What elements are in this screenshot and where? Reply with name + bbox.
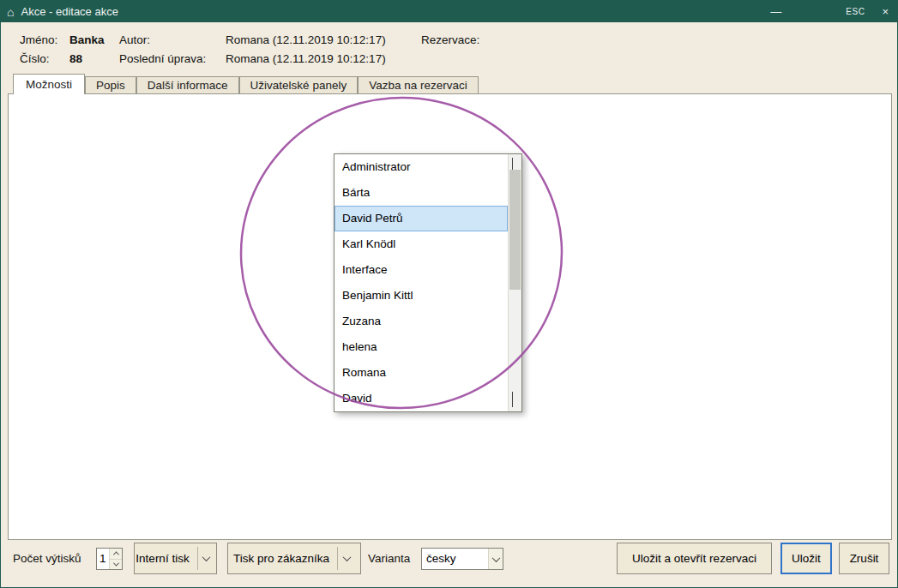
titlebar: ⌂ Akce - editace akce — ESC × [1,1,897,22]
close-button[interactable]: × [873,1,897,22]
tab-uzivatelske-panely[interactable]: Uživatelské panely [239,76,359,93]
spin-up-icon[interactable] [110,549,122,559]
tab-bar: Možnosti Popis Další informace Uživatels… [13,74,479,93]
scroll-down-icon[interactable] [512,392,513,407]
tab-dalsi-informace[interactable]: Další informace [136,76,239,93]
chevron-down-icon[interactable] [338,555,355,561]
last-edit-value: Romana (12.11.2019 10:12:17) [226,51,386,67]
odpovedna-dropdown-list: Administrator Bárta David Petrů Karl Knö… [334,153,522,412]
interni-tisk-label: Interní tisk [136,552,189,565]
reservation-label: Rezervace: [421,33,479,48]
window-title: Akce - editace akce [21,5,118,18]
name-value: Banka [69,33,105,48]
chevron-down-icon[interactable] [198,555,215,561]
ulozit-a-otevrit-button[interactable]: Uložit a otevřít rezervaci [617,543,772,574]
pocet-vytisku-label: Počet výtisků [13,548,81,570]
dropdown-item[interactable]: Benjamin Kittl [334,283,508,309]
dropdown-scrollbar[interactable] [508,154,521,411]
minimize-button[interactable]: — [762,1,790,22]
app-icon: ⌂ [7,6,14,18]
last-edit-label: Poslední úprava: [119,51,206,67]
interni-tisk-button[interactable]: Interní tisk [134,543,217,574]
author-value: Romana (12.11.2019 10:12:17) [226,33,386,48]
scrollbar-thumb[interactable] [509,170,521,290]
pocet-vytisku-value: 1 [97,549,109,569]
pocet-spinner[interactable] [109,549,122,569]
tisk-pro-zakaznika-button[interactable]: Tisk pro zákazníka [227,543,361,574]
varianta-label: Varianta [368,548,410,570]
dropdown-item[interactable]: Zuzana [334,309,508,334]
ulozit-button[interactable]: Uložit [780,543,832,574]
app-window: ⌂ Akce - editace akce — ESC × Jméno: Ban… [0,0,898,588]
dropdown-item-selected[interactable]: David Petrů [334,206,508,231]
dropdown-item[interactable]: helena [334,334,508,360]
dropdown-item[interactable]: Karl Knödl [334,231,508,257]
tab-moznosti[interactable]: Možnosti [13,74,85,94]
dropdown-item[interactable]: Bárta [334,180,508,206]
dropdown-item[interactable]: Interface [334,257,508,283]
tab-vazba-na-rezervaci[interactable]: Vazba na rezervaci [358,76,479,93]
zrusit-button[interactable]: Zrušit [839,543,889,574]
tisk-pro-zakaznika-label: Tisk pro zákazníka [233,552,329,565]
varianta-combo[interactable]: česky [421,548,503,570]
pocet-vytisku-spinbox[interactable]: 1 [96,548,123,570]
dropdown-item[interactable]: David [334,386,508,411]
chevron-down-icon[interactable] [488,549,503,569]
number-value: 88 [69,51,82,67]
tab-popis[interactable]: Popis [85,76,136,93]
name-label: Jméno: [20,33,57,48]
varianta-value: česky [422,549,488,569]
dropdown-item[interactable]: Romana [334,360,508,386]
dropdown-item[interactable]: Administrator [334,154,508,180]
spin-down-icon[interactable] [110,559,122,570]
esc-button[interactable]: ESC [837,1,873,22]
author-label: Autor: [119,33,150,48]
number-label: Číslo: [20,51,50,67]
